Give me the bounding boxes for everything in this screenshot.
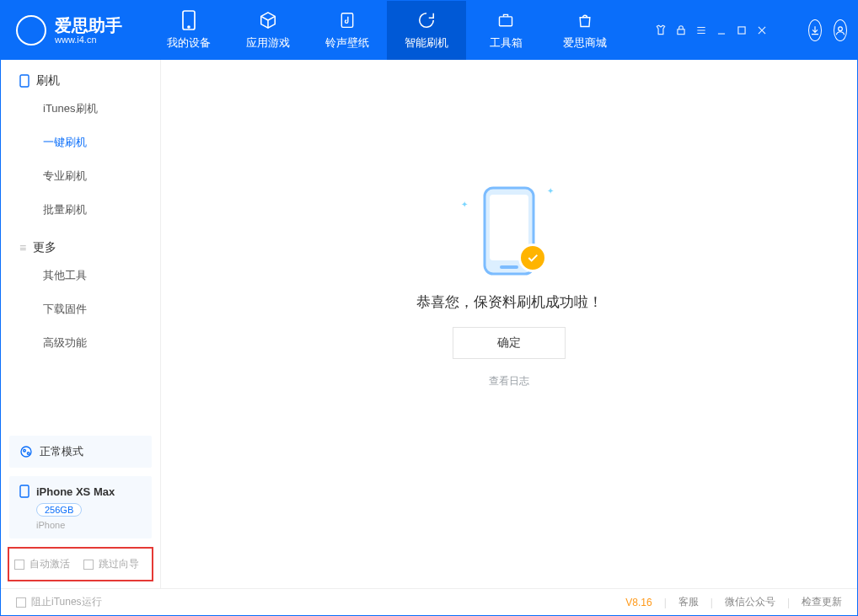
briefcase-icon [496, 10, 516, 30]
device-type: iPhone [36, 520, 142, 530]
sidebar-item-download-firmware[interactable]: 下载固件 [1, 292, 160, 326]
cube-icon [258, 10, 278, 30]
tab-ringtone-wallpaper[interactable]: 铃声壁纸 [308, 1, 387, 60]
logo: 爱思助手 www.i4.cn [16, 15, 122, 46]
app-window: 爱思助手 www.i4.cn 我的设备 应用游戏 铃声壁纸 智能刷机 [0, 0, 858, 616]
mode-icon [19, 445, 33, 458]
refresh-shield-icon [416, 10, 437, 30]
sidebar-item-onekey-flash[interactable]: 一键刷机 [1, 126, 160, 159]
sidebar-item-pro-flash[interactable]: 专业刷机 [1, 159, 160, 193]
device-info-box[interactable]: iPhone XS Max 256GB iPhone [9, 476, 152, 538]
window-controls-mini [655, 24, 768, 36]
tab-store[interactable]: 爱思商城 [545, 1, 625, 60]
flash-options-highlight: 自动激活 跳过向导 [8, 547, 153, 581]
tab-label: 智能刷机 [405, 35, 448, 51]
minimize-icon[interactable] [716, 24, 727, 36]
check-update-link[interactable]: 检查更新 [802, 595, 842, 609]
sidebar-item-advanced[interactable]: 高级功能 [1, 326, 160, 360]
mode-label: 正常模式 [40, 444, 83, 459]
tab-label: 工具箱 [490, 35, 523, 51]
svg-point-9 [24, 449, 26, 452]
svg-rect-4 [678, 29, 684, 35]
sidebar-group-more: ≡ 更多 [1, 227, 160, 259]
titlebar: 爱思助手 www.i4.cn 我的设备 应用游戏 铃声壁纸 智能刷机 [1, 1, 857, 60]
tab-label: 我的设备 [167, 35, 211, 51]
confirm-button[interactable]: 确定 [453, 327, 566, 359]
phone-icon [179, 10, 199, 30]
tab-smart-flash[interactable]: 智能刷机 [387, 1, 466, 60]
main-tabs: 我的设备 应用游戏 铃声壁纸 智能刷机 工具箱 爱思商城 [149, 1, 625, 60]
svg-rect-3 [500, 17, 512, 26]
maximize-icon[interactable] [736, 24, 748, 36]
tab-label: 爱思商城 [563, 35, 607, 51]
sidebar-item-batch-flash[interactable]: 批量刷机 [1, 193, 160, 227]
sidebar-group-flash: 刷机 [1, 60, 160, 92]
checkbox-block-itunes[interactable]: 阻止iTunes运行 [16, 595, 102, 609]
brand-url: www.i4.cn [55, 35, 122, 45]
device-name: iPhone XS Max [36, 485, 115, 498]
list-icon: ≡ [19, 241, 26, 254]
tab-toolbox[interactable]: 工具箱 [466, 1, 545, 60]
svg-rect-7 [20, 75, 29, 87]
svg-rect-5 [738, 27, 745, 34]
sidebar-item-other-tools[interactable]: 其他工具 [1, 259, 160, 292]
menu-icon[interactable] [695, 24, 707, 36]
tab-my-device[interactable]: 我的设备 [149, 1, 228, 60]
bag-icon [575, 10, 595, 30]
sidebar: 刷机 iTunes刷机 一键刷机 专业刷机 批量刷机 ≡ 更多 其他工具 下载固… [1, 60, 161, 588]
logo-icon [16, 15, 46, 46]
svg-point-1 [188, 26, 190, 28]
tab-label: 应用游戏 [246, 35, 290, 51]
device-capacity: 256GB [36, 503, 82, 517]
sparkle-icon: ✦ [461, 200, 468, 209]
success-illustration: ✦ ✦ [480, 185, 539, 277]
support-link[interactable]: 客服 [678, 595, 699, 609]
svg-rect-14 [500, 265, 518, 269]
device-mode-box[interactable]: 正常模式 [9, 436, 152, 468]
version-label: V8.16 [625, 597, 652, 608]
lock-icon[interactable] [675, 24, 687, 36]
main-panel: ✦ ✦ 恭喜您，保资料刷机成功啦！ 确定 查看日志 [161, 60, 857, 588]
svg-point-10 [27, 453, 29, 455]
brand-name: 爱思助手 [55, 16, 122, 35]
svg-point-6 [839, 27, 843, 31]
device-small-icon [19, 74, 29, 88]
view-log-link[interactable]: 查看日志 [489, 374, 529, 388]
sparkle-icon: ✦ [547, 186, 554, 196]
checkbox-auto-activate[interactable]: 自动激活 [14, 557, 70, 571]
statusbar: 阻止iTunes运行 V8.16 | 客服 | 微信公众号 | 检查更新 [1, 588, 857, 615]
sidebar-item-itunes-flash[interactable]: iTunes刷机 [1, 92, 160, 126]
titlebar-right [655, 19, 847, 41]
success-check-icon [518, 244, 547, 272]
close-icon[interactable] [756, 24, 768, 36]
svg-rect-11 [20, 485, 29, 497]
tab-label: 铃声壁纸 [325, 35, 369, 51]
svg-rect-2 [341, 13, 352, 28]
download-icon[interactable] [808, 19, 822, 41]
music-icon [337, 10, 357, 30]
svg-point-8 [21, 447, 31, 457]
phone-small-icon [19, 485, 29, 498]
app-body: 刷机 iTunes刷机 一键刷机 专业刷机 批量刷机 ≡ 更多 其他工具 下载固… [1, 60, 857, 588]
user-icon[interactable] [834, 19, 847, 41]
tab-apps-games[interactable]: 应用游戏 [228, 1, 308, 60]
shirt-icon[interactable] [655, 24, 667, 36]
wechat-link[interactable]: 微信公众号 [725, 595, 775, 609]
checkbox-skip-guide[interactable]: 跳过向导 [83, 557, 139, 571]
success-message: 恭喜您，保资料刷机成功啦！ [416, 292, 603, 312]
